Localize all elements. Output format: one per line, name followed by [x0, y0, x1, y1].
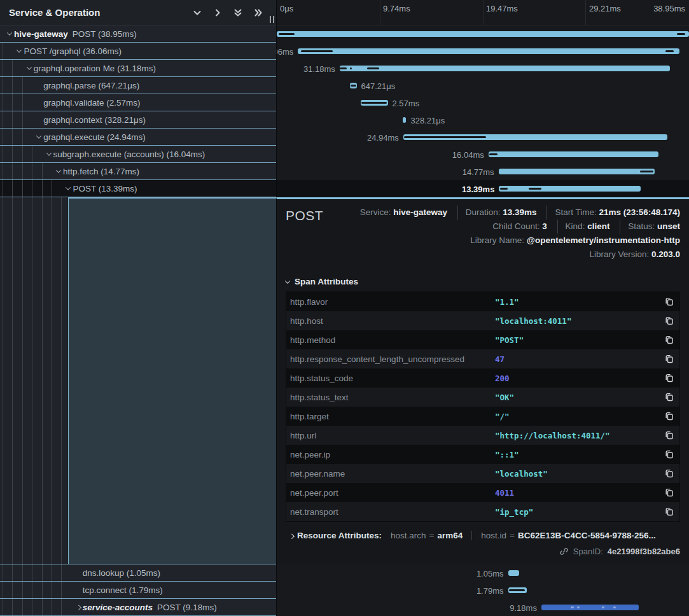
chevron-down-icon[interactable]: [7, 30, 12, 35]
span-bar[interactable]: [499, 169, 655, 174]
chevron-down-icon[interactable]: [56, 167, 61, 172]
span-bar[interactable]: [361, 100, 388, 106]
copy-button[interactable]: [660, 411, 674, 421]
attribute-row: net.transport "ip_tcp": [286, 502, 679, 521]
span-name-cell[interactable]: graphql.validate (2.57ms): [0, 94, 276, 111]
selected-span-highlight-block: [68, 197, 276, 564]
chevron: [74, 605, 83, 609]
copy-icon: [664, 316, 674, 326]
bar-duration-label: 16.04ms: [452, 150, 484, 159]
child-time-mark: [509, 589, 525, 591]
copy-button[interactable]: [660, 392, 674, 402]
ruler-tick: 29.21ms: [589, 4, 621, 13]
span-name-cell[interactable]: hive-gateway POST (38.95ms): [0, 25, 276, 43]
chevron-right-icon: [289, 533, 294, 538]
bar-duration-label: 24.94ms: [367, 132, 399, 142]
child-time-mark: [577, 606, 580, 608]
span-name-cell[interactable]: http.fetch (14.77ms): [0, 163, 276, 180]
link-icon[interactable]: [559, 547, 569, 556]
child-time-mark: [489, 153, 497, 155]
span-row: subgraph.execute (accounts) (16.04ms) 16…: [0, 146, 689, 163]
span-name-cell[interactable]: graphql.operation Me (31.18ms): [0, 60, 276, 77]
span-bar[interactable]: [489, 151, 658, 157]
span-name-cell[interactable]: POST /graphql (36.06ms): [0, 43, 276, 60]
collapse-one-chevron-down-icon[interactable]: [192, 8, 202, 18]
child-time-mark: [279, 33, 295, 35]
chevron-right-icon[interactable]: [76, 605, 81, 610]
span-id-label: SpanID:: [573, 547, 603, 556]
span-detail-panel: POST Service: hive-gateway Duration: 13.…: [276, 197, 689, 564]
timeline-header: Service & Operation 0μs 9.74ms 19.47ms 2…: [0, 0, 689, 25]
copy-button[interactable]: [660, 316, 674, 326]
span-bar-cell: 24.94ms: [276, 129, 689, 146]
span-name-cell[interactable]: graphql.execute (24.94ms): [0, 129, 276, 146]
copy-icon: [664, 449, 674, 459]
child-time-mark: [665, 50, 674, 52]
span-detail-row: POST Service: hive-gateway Duration: 13.…: [0, 197, 689, 564]
span-name-cell[interactable]: POST (13.39ms): [0, 180, 276, 197]
kind-value: client: [587, 221, 609, 231]
attribute-key: http.status_text: [290, 393, 495, 402]
collapse-all-chevrons-down-icon[interactable]: [233, 8, 243, 18]
child-time-mark: [301, 50, 333, 52]
copy-button[interactable]: [660, 487, 674, 498]
attribute-key: net.peer.ip: [290, 450, 495, 459]
copy-icon: [664, 335, 674, 345]
chevron-down-icon[interactable]: [27, 64, 32, 69]
span-name-cell[interactable]: tcp.connect (1.79ms): [0, 582, 276, 599]
span-bar[interactable]: [541, 605, 639, 610]
chevron-down-icon[interactable]: [66, 185, 71, 190]
span-bar[interactable]: [403, 134, 667, 140]
span-bar[interactable]: [403, 117, 406, 123]
span-detail-meta: Service: hive-gateway Duration: 13.39ms …: [323, 206, 680, 262]
span-bar-cell: [276, 25, 689, 43]
child-time-mark: [350, 67, 352, 69]
copy-button[interactable]: [660, 354, 674, 364]
copy-button[interactable]: [660, 430, 674, 440]
span-name-cell[interactable]: dns.lookup (1.05ms): [0, 564, 276, 582]
child-time-mark: [340, 67, 347, 69]
span-label: POST (38.95ms): [73, 29, 137, 39]
copy-button[interactable]: [660, 449, 674, 459]
resource-attributes-toggle[interactable]: Resource Attributes: host.arch=arm64 hos…: [286, 531, 680, 540]
span-bar[interactable]: [499, 186, 641, 192]
attribute-value: "1.1": [495, 297, 660, 307]
bar-duration-label: 13.39ms: [462, 184, 494, 193]
span-bar[interactable]: [340, 66, 670, 71]
start-time-label: Start Time:: [555, 207, 596, 217]
copy-button[interactable]: [660, 373, 674, 383]
chevron-down-icon[interactable]: [36, 133, 41, 138]
span-bar-cell: 31.18ms: [276, 60, 689, 77]
chevron: [64, 186, 73, 190]
column-resize-grip[interactable]: [270, 16, 274, 23]
attribute-value: "::1": [495, 450, 660, 459]
span-row: hive-gateway POST (38.95ms): [0, 25, 689, 43]
copy-button[interactable]: [660, 297, 674, 307]
span-bar[interactable]: [508, 587, 527, 593]
copy-button[interactable]: [660, 507, 674, 517]
attribute-key: http.host: [290, 316, 495, 326]
resource-attribute: host.arch=arm64: [391, 531, 463, 540]
bar-duration-label: 1.79ms: [477, 585, 504, 595]
expand-one-chevron-right-icon[interactable]: [212, 8, 223, 18]
copy-button[interactable]: [660, 468, 674, 479]
span-name-content: graphql.parse (647.21μs): [0, 77, 276, 94]
span-bar[interactable]: [298, 48, 679, 54]
span-name-cell[interactable]: service-accounts POST (9.18ms): [0, 599, 276, 616]
span-bar[interactable]: [277, 31, 689, 37]
span-attributes-toggle[interactable]: Span Attributes: [286, 277, 680, 286]
child-time-mark: [404, 136, 485, 138]
span-bar-cell: 36.06ms: [276, 43, 689, 60]
span-name-cell[interactable]: graphql.context (328.21μs): [0, 111, 276, 129]
expand-all-chevrons-right-icon[interactable]: [253, 8, 263, 18]
chevron-down-icon[interactable]: [46, 150, 51, 155]
span-bar[interactable]: [508, 570, 519, 576]
span-bar-cell: 9.18ms: [276, 599, 689, 616]
span-bar[interactable]: [350, 83, 357, 88]
span-name-cell[interactable]: subgraph.execute (accounts) (16.04ms): [0, 146, 276, 163]
span-name-cell[interactable]: graphql.parse (647.21μs): [0, 77, 276, 94]
copy-button[interactable]: [660, 335, 674, 345]
chevron-down-icon[interactable]: [17, 47, 22, 52]
span-label: graphql.execute (24.94ms): [43, 132, 146, 142]
span-row: graphql.context (328.21μs) 328.21μs: [0, 111, 689, 129]
